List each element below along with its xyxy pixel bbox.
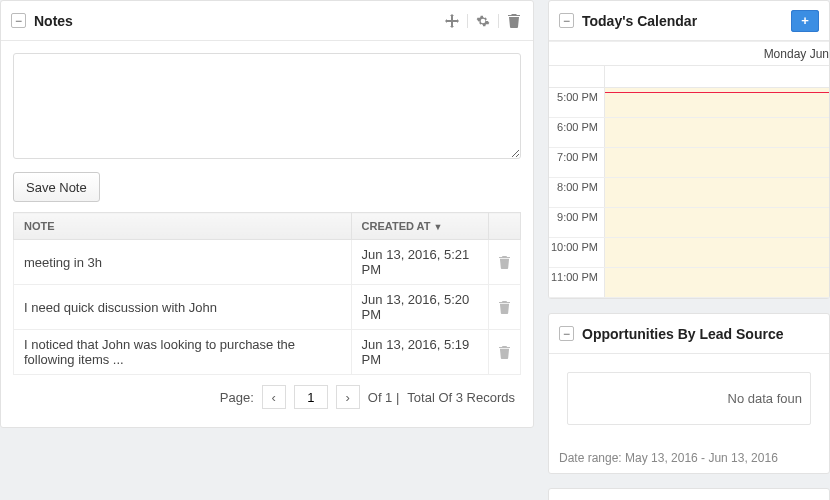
calendar-hour-row[interactable]: 5:00 PM — [549, 88, 829, 118]
hour-label: 9:00 PM — [549, 208, 605, 237]
collapse-toggle[interactable]: − — [559, 326, 574, 341]
col-created-at[interactable]: CREATED AT▼ — [351, 213, 488, 240]
cell-created-at: Jun 13, 2016, 5:19 PM — [351, 330, 488, 375]
opportunities-empty: No data foun — [567, 372, 811, 425]
pager: Page: ‹ › Of 1 | Total Of 3 Records — [13, 375, 521, 415]
col-note[interactable]: NOTE — [14, 213, 352, 240]
chevron-right-icon: › — [346, 390, 350, 405]
next-page-button[interactable]: › — [336, 385, 360, 409]
notes-panel: − Notes Save Note — [0, 0, 534, 428]
chevron-left-icon: ‹ — [272, 390, 276, 405]
calendar-hour-row[interactable]: 6:00 PM — [549, 118, 829, 148]
calendar-hour-row[interactable]: 7:00 PM — [549, 148, 829, 178]
trash-icon[interactable] — [505, 12, 523, 30]
opportunities-header: − Opportunities By Lead Source — [549, 314, 829, 354]
hour-slot[interactable] — [605, 238, 829, 267]
table-row[interactable]: I need quick discussion with John Jun 13… — [14, 285, 521, 330]
sales-flow-header: − My Sales Flow B2B — [549, 489, 829, 500]
opportunities-panel: − Opportunities By Lead Source No data f… — [548, 313, 830, 474]
opportunities-date-range: Date range: May 13, 2016 - Jun 13, 2016 — [549, 443, 829, 473]
cell-note: I noticed that John was looking to purch… — [14, 330, 352, 375]
sales-flow-panel: − My Sales Flow B2B — [548, 488, 830, 500]
minus-icon: − — [563, 15, 570, 27]
row-trash-icon[interactable] — [499, 301, 510, 314]
calendar-hour-row[interactable]: 9:00 PM — [549, 208, 829, 238]
calendar-hour-row[interactable]: 10:00 PM — [549, 238, 829, 268]
table-row[interactable]: I noticed that John was looking to purch… — [14, 330, 521, 375]
col-actions — [489, 213, 521, 240]
page-input[interactable] — [294, 385, 328, 409]
opportunities-title: Opportunities By Lead Source — [582, 326, 783, 342]
row-trash-icon[interactable] — [499, 346, 510, 359]
calendar-title: Today's Calendar — [582, 13, 697, 29]
now-indicator — [605, 92, 829, 93]
calendar-allday-row — [549, 66, 829, 88]
notes-title: Notes — [34, 13, 73, 29]
hour-slot[interactable] — [605, 268, 829, 297]
sort-desc-icon: ▼ — [433, 222, 442, 232]
gear-icon[interactable] — [474, 12, 492, 30]
hour-slot[interactable] — [605, 88, 829, 117]
minus-icon: − — [15, 15, 22, 27]
notes-table: NOTE CREATED AT▼ meeting in 3h Jun 13, 2… — [13, 212, 521, 375]
minus-icon: − — [563, 328, 570, 340]
opportunities-body: No data foun — [549, 354, 829, 443]
table-header-row: NOTE CREATED AT▼ — [14, 213, 521, 240]
move-icon[interactable] — [443, 12, 461, 30]
hour-label: 6:00 PM — [549, 118, 605, 147]
prev-page-button[interactable]: ‹ — [262, 385, 286, 409]
save-note-button[interactable]: Save Note — [13, 172, 100, 202]
calendar-panel: − Today's Calendar + Monday Jun 5:00 PM … — [548, 0, 830, 299]
hour-slot[interactable] — [605, 178, 829, 207]
notes-panel-header: − Notes — [1, 1, 533, 41]
page-label: Page: — [220, 390, 254, 405]
hour-label: 10:00 PM — [549, 238, 605, 267]
calendar-day-header: Monday Jun — [549, 42, 829, 66]
calendar-hour-row[interactable]: 8:00 PM — [549, 178, 829, 208]
cell-note: meeting in 3h — [14, 240, 352, 285]
cell-note: I need quick discussion with John — [14, 285, 352, 330]
table-row[interactable]: meeting in 3h Jun 13, 2016, 5:21 PM — [14, 240, 521, 285]
hour-slot[interactable] — [605, 148, 829, 177]
calendar-hour-row[interactable]: 11:00 PM — [549, 268, 829, 298]
note-textarea[interactable] — [13, 53, 521, 159]
total-records: Total Of 3 Records — [407, 390, 515, 405]
cell-created-at: Jun 13, 2016, 5:20 PM — [351, 285, 488, 330]
collapse-toggle[interactable]: − — [11, 13, 26, 28]
calendar-body: Monday Jun 5:00 PM 6:00 PM 7:00 PM — [549, 41, 829, 298]
hour-label: 7:00 PM — [549, 148, 605, 177]
row-trash-icon[interactable] — [499, 256, 510, 269]
add-event-button[interactable]: + — [791, 10, 819, 32]
hour-slot[interactable] — [605, 118, 829, 147]
hour-label: 5:00 PM — [549, 88, 605, 117]
calendar-grid[interactable]: 5:00 PM 6:00 PM 7:00 PM 8:00 PM — [549, 88, 829, 298]
cell-created-at: Jun 13, 2016, 5:21 PM — [351, 240, 488, 285]
hour-slot[interactable] — [605, 208, 829, 237]
plus-icon: + — [801, 13, 809, 28]
notes-body: Save Note NOTE CREATED AT▼ meeting in 3h… — [1, 41, 533, 427]
of-label: Of 1 | — [368, 390, 400, 405]
collapse-toggle[interactable]: − — [559, 13, 574, 28]
calendar-header: − Today's Calendar + — [549, 1, 829, 41]
hour-label: 11:00 PM — [549, 268, 605, 297]
hour-label: 8:00 PM — [549, 178, 605, 207]
